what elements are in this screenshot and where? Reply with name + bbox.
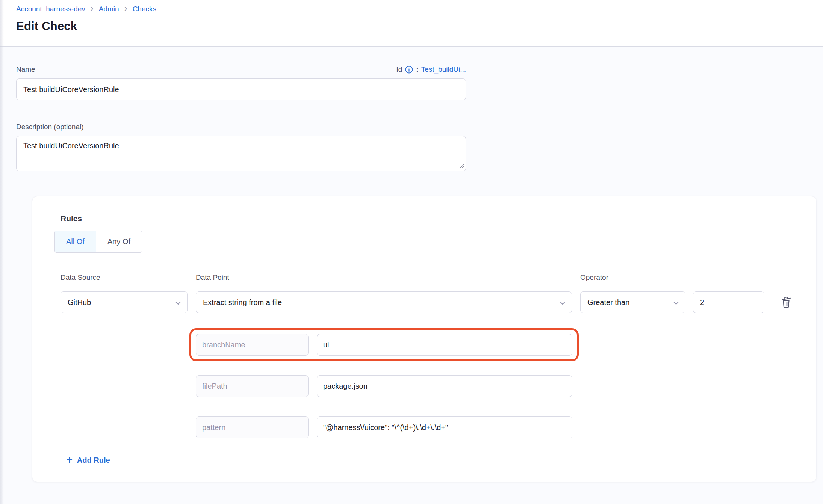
page-title: Edit Check — [16, 20, 823, 33]
delete-rule-button[interactable] — [780, 295, 792, 310]
param-key-pattern: pattern — [196, 416, 309, 438]
param-key-branchname: branchName — [196, 334, 309, 356]
threshold-input[interactable] — [693, 291, 764, 313]
chevron-right-icon: › — [124, 5, 127, 14]
chevron-down-icon — [175, 298, 181, 307]
rule-column-labels: Data Source Data Point Operator — [61, 273, 816, 282]
breadcrumb-checks-link[interactable]: Checks — [133, 5, 156, 13]
edit-check-form: Name Id : Test_buildUi... Description (o… — [0, 65, 823, 482]
toggle-all-of[interactable]: All Of — [54, 231, 96, 253]
data-point-select[interactable]: Extract string from a file — [196, 291, 572, 313]
name-label: Name — [16, 65, 35, 74]
param-row-branchname: branchName — [196, 334, 572, 356]
chevron-down-icon — [560, 298, 566, 307]
add-rule-button[interactable]: + Add Rule — [67, 456, 110, 465]
id-colon: : — [416, 65, 418, 74]
operator-select[interactable]: Greater than — [580, 291, 685, 313]
operator-value: Greater than — [587, 298, 629, 307]
param-row-pattern: pattern — [196, 416, 816, 438]
data-source-label: Data Source — [61, 273, 196, 282]
entity-id-line: Id : Test_buildUi... — [396, 65, 466, 74]
description-textarea[interactable]: Test buildUiCoreVersionRule — [16, 136, 466, 171]
resize-handle-icon[interactable] — [459, 163, 464, 170]
rules-card: Rules All Of Any Of Data Source Data Poi… — [32, 196, 817, 482]
data-source-select[interactable]: GitHub — [61, 291, 188, 313]
chevron-down-icon — [673, 298, 679, 307]
branchname-value-input[interactable] — [317, 334, 572, 356]
id-label: Id — [396, 65, 402, 74]
breadcrumb-account-link[interactable]: Account: harness-dev — [16, 5, 85, 13]
operator-label: Operator — [580, 273, 685, 282]
chevron-right-icon: › — [91, 5, 94, 14]
name-input[interactable] — [16, 78, 466, 100]
breadcrumb-admin-link[interactable]: Admin — [99, 5, 119, 13]
trash-icon — [780, 295, 792, 310]
pattern-value-input[interactable] — [317, 416, 572, 438]
plus-icon: + — [67, 456, 73, 465]
rules-heading: Rules — [61, 214, 816, 223]
data-point-value: Extract string from a file — [203, 298, 282, 307]
param-key-filepath: filePath — [196, 375, 309, 397]
data-point-label: Data Point — [196, 273, 580, 282]
param-row-filepath: filePath — [196, 375, 816, 397]
rules-operator-toggle: All Of Any Of — [54, 231, 816, 253]
breadcrumb: Account: harness-dev › Admin › Checks — [16, 4, 823, 14]
toggle-any-of[interactable]: Any Of — [96, 231, 142, 253]
data-source-value: GitHub — [68, 298, 91, 307]
annotation-highlight-branchname: branchName — [189, 328, 579, 361]
entity-id-link[interactable]: Test_buildUi... — [421, 65, 466, 74]
filepath-value-input[interactable] — [317, 375, 572, 397]
description-label: Description (optional) — [16, 123, 84, 131]
info-icon[interactable] — [405, 66, 413, 74]
page-header: Account: harness-dev › Admin › Checks Ed… — [0, 0, 823, 47]
rule-row: GitHub Extract string from a file Greate… — [61, 291, 816, 313]
add-rule-label: Add Rule — [77, 456, 110, 465]
